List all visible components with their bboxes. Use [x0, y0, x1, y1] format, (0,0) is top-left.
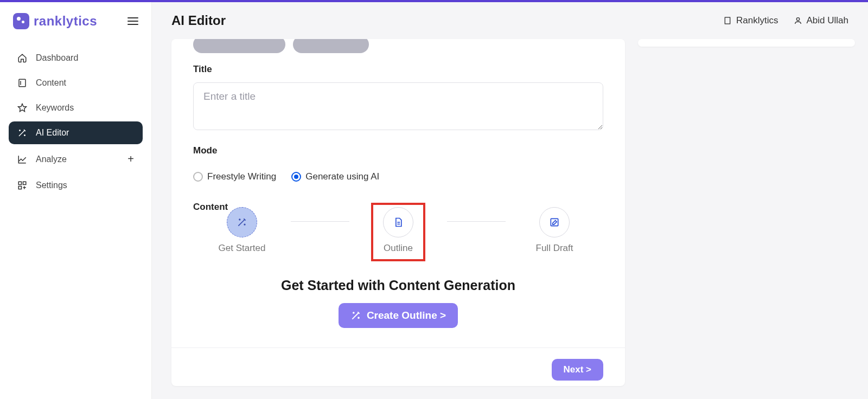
brand-mark-icon — [13, 13, 29, 29]
document-icon — [393, 217, 404, 228]
grid-plus-icon — [17, 181, 27, 190]
wand-icon — [350, 310, 361, 321]
card-footer: Next > — [171, 347, 625, 386]
user-icon — [794, 16, 802, 25]
sidebar-item-keywords[interactable]: Keywords — [9, 96, 143, 119]
button-label: Next > — [564, 364, 592, 375]
home-icon — [17, 53, 27, 63]
sidebar-item-ai-editor[interactable]: AI Editor — [9, 121, 143, 144]
step-label: Outline — [384, 243, 413, 254]
brand-row: ranklytics — [0, 13, 151, 42]
user-name: Abid Ullah — [807, 15, 849, 26]
radio-icon — [291, 172, 301, 182]
brand[interactable]: ranklytics — [13, 13, 97, 29]
svg-rect-7 — [18, 186, 21, 189]
svg-rect-20 — [551, 218, 558, 226]
svg-point-3 — [20, 130, 21, 131]
svg-point-16 — [239, 219, 240, 220]
step-circle — [539, 207, 570, 237]
radio-label: Generate using AI — [305, 171, 379, 182]
svg-rect-10 — [725, 17, 730, 24]
svg-point-21 — [353, 312, 354, 313]
wand-icon — [237, 217, 247, 228]
user-menu[interactable]: Abid Ullah — [794, 15, 849, 26]
side-panel — [638, 39, 855, 47]
step-circle — [383, 207, 413, 237]
generation-heading: Get Started with Content Generation — [193, 278, 603, 293]
mode-generate-ai[interactable]: Generate using AI — [291, 171, 379, 182]
svg-rect-6 — [23, 182, 26, 184]
header-right: Ranklytics Abid Ullah — [723, 15, 848, 26]
keyword-tags — [193, 39, 603, 53]
sidebar-item-settings[interactable]: Settings — [9, 174, 143, 197]
mode-freestyle[interactable]: Freestyle Writing — [193, 171, 276, 182]
org-name: Ranklytics — [736, 15, 778, 26]
radio-icon — [193, 172, 203, 182]
wand-icon — [17, 128, 27, 138]
chart-icon — [17, 155, 27, 164]
create-outline-button[interactable]: Create Outline > — [339, 303, 458, 328]
svg-point-4 — [24, 135, 25, 136]
page-title: AI Editor — [171, 13, 226, 28]
sidebar-item-label: Analyze — [36, 155, 67, 164]
step-label: Full Draft — [536, 243, 573, 254]
sidebar-item-analyze[interactable]: Analyze + — [9, 146, 143, 172]
step-circle — [227, 207, 257, 237]
brand-name: ranklytics — [34, 14, 97, 29]
mode-options: Freestyle Writing Generate using AI — [193, 171, 603, 182]
svg-point-17 — [244, 224, 245, 225]
page-icon — [17, 78, 27, 88]
svg-marker-2 — [18, 104, 27, 112]
sidebar: ranklytics Dashboard Content — [0, 2, 152, 399]
keyword-tag[interactable] — [193, 39, 285, 53]
sidebar-nav: Dashboard Content Keywords AI Editor — [0, 47, 151, 199]
step-label: Get Started — [219, 243, 266, 254]
sidebar-item-dashboard[interactable]: Dashboard — [9, 47, 143, 69]
svg-rect-0 — [19, 79, 25, 87]
svg-point-22 — [358, 317, 359, 318]
step-connector — [291, 221, 349, 222]
sidebar-item-label: Keywords — [36, 103, 74, 113]
star-icon — [17, 103, 27, 113]
step-get-started[interactable]: Get Started — [193, 207, 291, 254]
radio-label: Freestyle Writing — [207, 171, 276, 182]
content-steps: Get Started Outline — [193, 207, 603, 254]
step-outline[interactable]: Outline — [349, 207, 447, 254]
title-input[interactable] — [193, 82, 603, 130]
svg-rect-5 — [18, 182, 21, 184]
content-row: Title Mode Freestyle Writing Generate us… — [152, 39, 868, 399]
header: AI Editor Ranklytics Abid Ullah — [152, 2, 868, 39]
org-switcher[interactable]: Ranklytics — [723, 15, 778, 26]
step-full-draft[interactable]: Full Draft — [506, 207, 603, 254]
mode-label: Mode — [193, 145, 603, 156]
menu-toggle-icon[interactable] — [127, 17, 138, 25]
title-label: Title — [193, 64, 603, 75]
sidebar-item-content[interactable]: Content — [9, 72, 143, 94]
editor-card: Title Mode Freestyle Writing Generate us… — [171, 39, 625, 386]
sidebar-item-label: Dashboard — [36, 53, 78, 63]
sidebar-item-label: Content — [36, 78, 66, 88]
sidebar-item-label: Settings — [36, 181, 67, 190]
edit-icon — [549, 217, 560, 228]
plus-icon[interactable]: + — [127, 153, 134, 165]
main-area: AI Editor Ranklytics Abid Ullah — [152, 2, 868, 399]
next-button[interactable]: Next > — [552, 359, 604, 381]
keyword-tag[interactable] — [293, 39, 369, 53]
building-icon — [723, 16, 732, 25]
svg-point-15 — [796, 18, 799, 21]
button-label: Create Outline > — [367, 310, 446, 321]
sidebar-item-label: AI Editor — [36, 128, 69, 138]
step-connector — [447, 221, 506, 222]
app-shell: ranklytics Dashboard Content — [0, 2, 868, 399]
side-panel-holder — [638, 39, 855, 386]
